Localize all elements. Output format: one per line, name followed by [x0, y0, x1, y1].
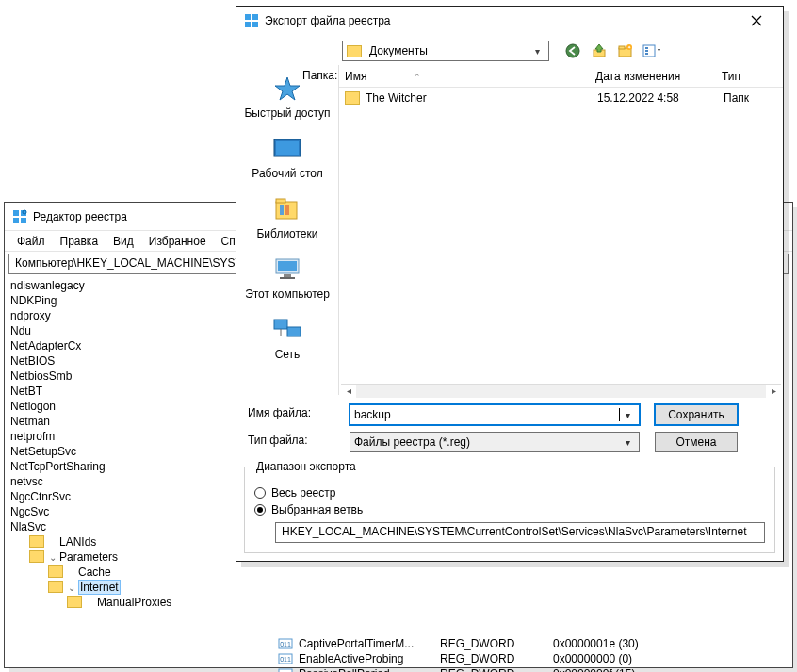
dword-icon: 011 [278, 652, 293, 665]
sidebar-item-label: Этот компьютер [245, 287, 330, 301]
branch-path-input[interactable]: HKEY_LOCAL_MACHINE\SYSTEM\CurrentControl… [275, 522, 765, 543]
sidebar: Быстрый доступ Рабочий стол Библиотеки Э… [236, 65, 338, 395]
tree-item[interactable]: NetAdapterCx [5, 338, 268, 353]
tree-item[interactable]: NetSetupSvc [5, 444, 268, 459]
export-title: Экспорт файла реестра [265, 14, 391, 27]
close-icon[interactable] [738, 8, 775, 34]
svg-rect-24 [619, 46, 625, 49]
svg-rect-35 [276, 199, 285, 203]
menu-view[interactable]: Вид [106, 233, 140, 250]
tree-item[interactable]: ndproxy [5, 308, 268, 323]
svg-rect-37 [285, 205, 289, 215]
svg-rect-29 [645, 50, 648, 52]
svg-rect-15 [245, 14, 251, 20]
value-row[interactable]: 011EnableActiveProbingREG_DWORD0x0000000… [268, 651, 792, 666]
radio-icon [254, 504, 266, 516]
export-range-group: Диапазон экспорта Весь реестр Выбранная … [244, 467, 775, 553]
folder-combo[interactable]: Документы ▾ [342, 41, 549, 61]
pc-icon [271, 255, 303, 284]
sidebar-item-network[interactable]: Сеть [236, 316, 338, 361]
expander-icon: ⌄ [67, 582, 76, 593]
tree-item[interactable]: Netlogon [5, 399, 268, 414]
dword-icon: 011 [278, 637, 293, 650]
tree-item[interactable]: NlaSvc [5, 519, 268, 534]
tree-item[interactable]: netprofm [5, 429, 268, 444]
sidebar-item-label: Библиотеки [256, 227, 317, 240]
tree-item[interactable]: ndiswanlegacy [5, 278, 268, 293]
radio-all[interactable]: Весь реестр [254, 484, 765, 501]
tree-item[interactable]: NetbiosSmb [5, 369, 268, 384]
folder-label: Папка: [302, 69, 337, 82]
star-icon [271, 74, 303, 103]
sidebar-item-libraries[interactable]: Библиотеки [236, 195, 338, 240]
list-item[interactable]: The Witcher 15.12.2022 4:58 Папк [339, 88, 783, 108]
svg-rect-18 [252, 22, 258, 27]
col-date[interactable]: Дата изменения [595, 70, 722, 83]
radio-branch[interactable]: Выбранная ветвь [254, 501, 765, 518]
tree-item[interactable]: Cache [5, 565, 268, 580]
tree-item[interactable]: NgcSvc [5, 504, 268, 519]
value-row[interactable]: 011CaptivePortalTimerM...REG_DWORD0x0000… [268, 636, 792, 651]
sidebar-item-label: Рабочий стол [252, 167, 322, 180]
svg-rect-30 [645, 53, 648, 55]
save-button[interactable]: Сохранить [655, 404, 738, 425]
regedit-tree[interactable]: ndiswanlegacyNDKPingndproxyNduNetAdapter… [5, 276, 268, 667]
radio-all-label: Весь реестр [271, 486, 335, 500]
menu-fav[interactable]: Избранное [142, 233, 213, 250]
list-header[interactable]: Имя⌃ Дата изменения Тип [339, 65, 783, 88]
tree-item[interactable]: ⌄Internet [5, 580, 268, 595]
svg-rect-2 [13, 218, 19, 223]
svg-text:011: 011 [280, 641, 291, 647]
tree-item[interactable]: netvsc [5, 474, 268, 489]
tree-item[interactable]: ⌄Parameters [5, 549, 268, 565]
svg-rect-33 [276, 141, 299, 155]
file-date: 15.12.2022 4:58 [597, 91, 724, 105]
file-type: Папк [724, 91, 783, 105]
views-icon[interactable] [642, 41, 662, 61]
export-dialog: Экспорт файла реестра Папка: Документы ▾… [236, 6, 784, 562]
cancel-button[interactable]: Отмена [655, 432, 738, 452]
tree-item[interactable]: ManualProxies [5, 595, 268, 610]
tree-item[interactable]: NetBT [5, 384, 268, 399]
col-name[interactable]: Имя⌃ [343, 70, 595, 83]
up-icon[interactable] [589, 41, 610, 61]
regedit-title: Редактор реестра [33, 210, 127, 223]
value-row[interactable]: 011PassivePollPeriodREG_DWORD0x0000000f … [268, 666, 792, 672]
export-title-bar[interactable]: Экспорт файла реестра [236, 7, 783, 35]
file-list[interactable]: Имя⌃ Дата изменения Тип The Witcher 15.1… [338, 65, 783, 395]
folder-icon [347, 45, 362, 57]
col-type[interactable]: Тип [722, 70, 783, 83]
sidebar-item-pc[interactable]: Этот компьютер [236, 255, 338, 301]
folder-name: Документы [366, 44, 529, 57]
back-icon[interactable] [562, 41, 583, 61]
svg-rect-41 [280, 277, 295, 279]
sidebar-item-label: Сеть [275, 348, 301, 361]
tree-item[interactable]: NgcCtnrSvc [5, 489, 268, 504]
filename-input[interactable]: backup ▾ [350, 404, 640, 425]
svg-rect-0 [13, 210, 19, 216]
expander-icon: ⌄ [48, 552, 57, 563]
svg-rect-39 [278, 261, 297, 271]
dword-icon: 011 [278, 667, 293, 672]
tree-item[interactable]: NetBIOS [5, 353, 268, 369]
tree-item[interactable]: NDKPing [5, 293, 268, 308]
tree-item[interactable]: Ndu [5, 323, 268, 338]
svg-rect-3 [21, 218, 26, 223]
svg-text:✦: ✦ [627, 44, 631, 50]
svg-rect-40 [284, 274, 291, 277]
sidebar-item-desktop[interactable]: Рабочий стол [236, 135, 338, 180]
svg-rect-16 [252, 14, 258, 20]
libraries-icon [271, 195, 303, 223]
filetype-combo[interactable]: Файлы реестра (*.reg) ▾ [350, 432, 640, 452]
svg-rect-27 [643, 45, 655, 57]
menu-file[interactable]: Файл [10, 233, 52, 250]
menu-edit[interactable]: Правка [54, 233, 106, 250]
radio-icon [254, 487, 266, 499]
sidebar-item-label: Быстрый доступ [244, 107, 330, 120]
tree-item[interactable]: NetTcpPortSharing [5, 459, 268, 474]
tree-item[interactable]: LANIds [5, 534, 268, 549]
svg-rect-42 [274, 320, 287, 329]
svg-text:011: 011 [280, 656, 291, 663]
tree-item[interactable]: Netman [5, 414, 268, 429]
new-folder-icon[interactable]: ✦ [615, 41, 636, 61]
